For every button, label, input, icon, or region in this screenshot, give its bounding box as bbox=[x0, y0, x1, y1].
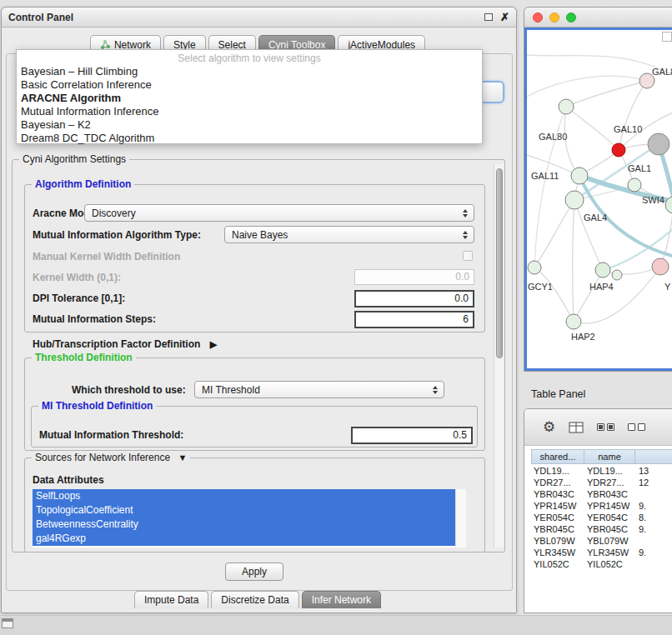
manual-kernel-label: Manual Kernel Width Definition bbox=[33, 251, 180, 262]
network-node-label: GAL11 bbox=[531, 171, 559, 181]
network-node-label: HAP2 bbox=[571, 332, 595, 342]
expanded-arrow-icon[interactable]: ▼ bbox=[178, 452, 187, 462]
network-node[interactable] bbox=[612, 143, 625, 157]
mi-steps-field[interactable]: 6 bbox=[354, 311, 474, 328]
network-node[interactable] bbox=[528, 261, 541, 274]
aracne-mode-combobox[interactable]: Discovery bbox=[84, 204, 474, 222]
table-row[interactable]: YLR345WYLR345W9. bbox=[531, 547, 672, 558]
table-row[interactable]: YPR145WYPR145W9. bbox=[531, 500, 672, 512]
cell: 13 bbox=[636, 465, 672, 477]
dropdown-prompt: Select algorithm to view settings bbox=[17, 52, 482, 65]
gear-icon[interactable]: ⚙ bbox=[543, 420, 555, 434]
window-title: Control Panel bbox=[8, 12, 484, 23]
kernel-width-label: Kernel Width (0,1): bbox=[33, 272, 121, 283]
table-toolbar: ⚙ bbox=[524, 409, 672, 446]
dropdown-item[interactable]: Bayesian – K2 bbox=[17, 118, 482, 132]
mi-threshold-label: Mutual Information Threshold: bbox=[39, 429, 183, 441]
control-panel-titlebar[interactable]: Control Panel ✗ bbox=[2, 8, 516, 28]
cell: YIL052C bbox=[584, 558, 636, 570]
network-node[interactable] bbox=[652, 258, 669, 275]
apply-button[interactable]: Apply bbox=[225, 562, 283, 581]
minimized-panel-icon[interactable] bbox=[2, 618, 13, 628]
network-node[interactable] bbox=[565, 191, 584, 209]
group-title: Threshold Definition bbox=[32, 352, 136, 363]
sources-title-text: Sources for Network Inference bbox=[35, 452, 170, 463]
attribute-list-scrollbar[interactable] bbox=[455, 489, 466, 548]
canvas-corner-box[interactable] bbox=[662, 32, 672, 42]
network-node-label: HAP4 bbox=[589, 282, 614, 292]
close-icon[interactable]: ✗ bbox=[500, 13, 509, 22]
settings-scrollbar[interactable] bbox=[494, 164, 504, 548]
cell: YDL19... bbox=[531, 465, 584, 477]
dropdown-item[interactable]: Dream8 DC_TDC Algorithm bbox=[17, 132, 482, 145]
table-row[interactable]: YBR043CYBR043C bbox=[531, 488, 672, 500]
dpi-tolerance-field[interactable]: 0.0 bbox=[354, 290, 474, 308]
network-node[interactable] bbox=[628, 178, 641, 192]
dropdown-item[interactable]: Bayesian – Hill Climbing bbox=[17, 65, 482, 78]
network-node[interactable] bbox=[648, 133, 669, 155]
columns-icon[interactable] bbox=[569, 422, 584, 433]
list-item[interactable]: BetweennessCentrality bbox=[33, 518, 455, 532]
list-item[interactable]: gal4RGexp bbox=[33, 532, 455, 546]
mi-threshold-field[interactable]: 0.5 bbox=[351, 427, 473, 444]
network-canvas[interactable]: GAL8GAL80GAL10GAL11GAL1SWI4GAL4GCY1HAP4Y… bbox=[527, 30, 672, 368]
table-row[interactable]: YDL19...YDL19...13 bbox=[531, 465, 672, 477]
hub-section-label[interactable]: Hub/Transcription Factor Definition ▶ bbox=[33, 338, 217, 350]
deselect-all-checkboxes-icon[interactable] bbox=[628, 423, 645, 431]
mi-type-combobox[interactable]: Naive Bayes bbox=[224, 226, 474, 243]
tab-discretize-data[interactable]: Discretize Data bbox=[211, 591, 298, 608]
mi-steps-label: Mutual Information Steps: bbox=[33, 313, 156, 325]
network-node[interactable] bbox=[595, 262, 610, 278]
dropdown-item[interactable]: Basic Correlation Inference bbox=[17, 78, 482, 92]
network-window-titlebar[interactable] bbox=[524, 8, 672, 28]
list-item[interactable]: TopologicalCoefficient bbox=[33, 503, 455, 518]
zoom-traffic-light-icon[interactable] bbox=[566, 12, 576, 22]
cell: 9. bbox=[636, 547, 672, 558]
dpi-tolerance-label: DPI Tolerance [0,1]: bbox=[33, 292, 125, 304]
table-panel-window: ⚙ shared... name YDL19...YDL19...13 YDR2… bbox=[524, 408, 672, 613]
network-graph[interactable]: GAL8GAL80GAL10GAL11GAL1SWI4GAL4GCY1HAP4Y… bbox=[527, 30, 672, 368]
dropdown-item[interactable]: Mutual Information Inference bbox=[17, 105, 482, 118]
cell: YDL19... bbox=[584, 465, 636, 477]
table-row[interactable]: YBR045CYBR045C9. bbox=[531, 523, 672, 535]
network-node-label: GAL1 bbox=[628, 163, 651, 173]
group-title[interactable]: Sources for Network Inference ▼ bbox=[32, 452, 190, 463]
network-node[interactable] bbox=[612, 270, 622, 280]
column-header-partial[interactable] bbox=[634, 449, 672, 464]
cell: YBR043C bbox=[584, 488, 636, 500]
network-node[interactable] bbox=[566, 314, 581, 329]
algorithm-combobox-fragment[interactable] bbox=[479, 81, 504, 103]
dropdown-item-selected[interactable]: ARACNE Algorithm bbox=[17, 92, 482, 105]
network-view-frame: GAL8GAL80GAL10GAL11GAL1SWI4GAL4GCY1HAP4Y… bbox=[524, 28, 672, 371]
table-row[interactable]: YIL052CYIL052C bbox=[531, 558, 672, 570]
kernel-width-field: 0.0 bbox=[354, 269, 474, 285]
float-window-icon[interactable] bbox=[484, 13, 493, 21]
network-node-label: GAL4 bbox=[584, 212, 607, 222]
cell: 8. bbox=[636, 512, 672, 523]
table-row[interactable]: YER054CYER054C8. bbox=[531, 512, 672, 523]
network-node[interactable] bbox=[559, 99, 574, 114]
cell: YPR145W bbox=[584, 500, 636, 512]
select-all-checkboxes-icon[interactable] bbox=[597, 423, 614, 431]
tab-infer-network[interactable]: Infer Network bbox=[302, 591, 381, 608]
which-threshold-combobox[interactable]: MI Threshold bbox=[194, 381, 444, 398]
attribute-list[interactable]: SelfLoops TopologicalCoefficient Between… bbox=[33, 489, 466, 548]
network-node-label: GAL80 bbox=[539, 132, 567, 142]
cell: YER054C bbox=[584, 512, 636, 523]
list-item[interactable]: SelfLoops bbox=[33, 489, 455, 503]
settings-scrollbar-thumb[interactable] bbox=[496, 168, 503, 358]
column-header-name[interactable]: name bbox=[584, 449, 635, 464]
minimize-traffic-light-icon[interactable] bbox=[549, 12, 559, 22]
table-row[interactable]: YDR27...YDR27...12 bbox=[531, 477, 672, 488]
mi-type-label: Mutual Information Algorithm Type: bbox=[33, 229, 201, 241]
manual-kernel-checkbox bbox=[463, 251, 473, 261]
column-header-shared[interactable]: shared... bbox=[531, 449, 584, 464]
table-panel-title: Table Panel bbox=[531, 388, 585, 400]
table-body: YDL19...YDL19...13 YDR27...YDR27...12 YB… bbox=[531, 465, 672, 570]
close-traffic-light-icon[interactable] bbox=[533, 12, 543, 22]
group-title: Cyni Algorithm Settings bbox=[19, 153, 129, 165]
table-row[interactable]: YBL079WYBL079W bbox=[531, 535, 672, 547]
collapsed-arrow-icon[interactable]: ▶ bbox=[210, 339, 217, 349]
tab-impute-data[interactable]: Impute Data bbox=[134, 591, 208, 608]
network-node[interactable] bbox=[571, 168, 588, 184]
